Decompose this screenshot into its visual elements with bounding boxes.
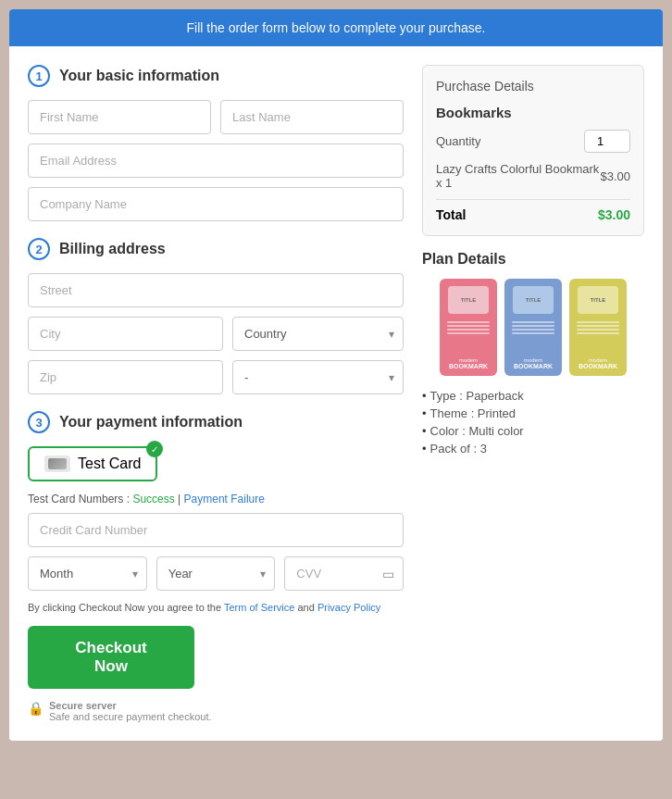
card-number-row xyxy=(28,513,404,547)
test-card-info: Test Card Numbers : Success | Payment Fa… xyxy=(28,493,404,506)
card-icon-inner xyxy=(48,458,67,469)
last-name-input[interactable] xyxy=(220,100,404,134)
street-input[interactable] xyxy=(28,273,404,307)
quantity-input[interactable] xyxy=(584,130,630,153)
banner-text: Fill the order form below to complete yo… xyxy=(187,20,486,35)
bookmark-top-blue: TITLE xyxy=(513,286,554,314)
street-row xyxy=(28,273,404,307)
step3-circle: 3 xyxy=(28,411,50,433)
failure-link[interactable]: Payment Failure xyxy=(184,493,265,506)
city-country-row: Country xyxy=(28,317,404,351)
company-input[interactable] xyxy=(28,187,404,221)
secure-info: 🔒 Secure server Safe and secure payment … xyxy=(28,700,404,722)
state-select[interactable]: - xyxy=(232,360,404,394)
total-row: Total $3.00 xyxy=(436,199,630,222)
name-row xyxy=(28,100,404,134)
secure-text-block: Secure server Safe and secure payment ch… xyxy=(49,700,212,722)
right-panel: Purchase Details Bookmarks Quantity Lazy… xyxy=(422,65,644,722)
left-panel: 1 Your basic information 2 Billing addre… xyxy=(28,65,422,722)
section3-title: Your payment information xyxy=(59,414,243,431)
month-wrapper: Month xyxy=(28,556,147,591)
success-link[interactable]: Success xyxy=(132,493,174,506)
plan-details: Plan Details TITLE modernBOOKMARK xyxy=(422,251,644,456)
cvv-wrapper: ▭ xyxy=(284,556,404,591)
purchase-details: Purchase Details Bookmarks Quantity Lazy… xyxy=(422,65,644,236)
bookmark-label-pink: modernBOOKMARK xyxy=(449,356,488,370)
plan-title: Plan Details xyxy=(422,251,644,268)
plan-features: •Type : Paperback •Theme : Printed •Colo… xyxy=(422,389,644,456)
product-name: Bookmarks xyxy=(436,105,630,120)
bookmark-top-pink: TITLE xyxy=(448,286,489,314)
email-input[interactable] xyxy=(28,144,404,178)
section2-title: Billing address xyxy=(59,241,166,257)
main-content: 1 Your basic information 2 Billing addre… xyxy=(9,46,663,741)
first-name-input[interactable] xyxy=(28,100,211,134)
year-wrapper: Year xyxy=(156,556,276,591)
bookmark-label-blue: modernBOOKMARK xyxy=(514,356,553,370)
bookmark-pink: TITLE modernBOOKMARK xyxy=(440,279,497,376)
feature-pack: •Pack of : 3 xyxy=(422,442,644,456)
section3-header: 3 Your payment information xyxy=(28,411,404,433)
card-icon xyxy=(44,456,70,472)
pp-link[interactable]: Privacy Policy xyxy=(317,602,380,613)
cvv-icon: ▭ xyxy=(382,567,394,581)
safe-text: Safe and secure payment checkout. xyxy=(49,711,212,722)
checkout-button[interactable]: Checkout Now xyxy=(28,626,194,689)
top-banner: Fill the order form below to complete yo… xyxy=(9,9,663,46)
purchase-title: Purchase Details xyxy=(436,79,630,94)
company-row xyxy=(28,187,404,221)
feature-theme: •Theme : Printed xyxy=(422,406,644,420)
tos-link[interactable]: Term of Service xyxy=(224,602,294,613)
bookmark-label-yellow: modernBOOKMARK xyxy=(579,356,617,370)
feature-type: •Type : Paperback xyxy=(422,389,644,403)
quantity-label: Quantity xyxy=(436,134,480,148)
card-number-input[interactable] xyxy=(28,513,404,547)
secure-server-text: Secure server xyxy=(49,700,212,711)
item-name: Lazy Crafts Colorful Bookmark x 1 xyxy=(436,162,600,190)
quantity-row: Quantity xyxy=(436,130,630,153)
feature-color: •Color : Multi color xyxy=(422,424,644,438)
terms-prefix: By clicking Checkout Now you agree to th… xyxy=(28,602,224,613)
section1-title: Your basic information xyxy=(59,68,219,84)
test-numbers-label: Test Card Numbers : xyxy=(28,493,130,506)
bookmark-images: TITLE modernBOOKMARK TITLE xyxy=(422,279,644,376)
step1-circle: 1 xyxy=(28,65,50,87)
state-wrapper: - xyxy=(232,360,404,394)
total-amount: $3.00 xyxy=(598,207,630,222)
check-badge: ✓ xyxy=(146,441,163,457)
country-select[interactable]: Country xyxy=(232,317,404,351)
card-label: Test Card xyxy=(78,456,141,472)
email-row xyxy=(28,144,404,178)
step2-circle: 2 xyxy=(28,238,50,260)
page-wrapper: Fill the order form below to complete yo… xyxy=(9,9,663,741)
month-select[interactable]: Month xyxy=(28,556,147,591)
bookmark-blue: TITLE modernBOOKMARK xyxy=(504,279,562,376)
country-wrapper: Country xyxy=(232,317,404,351)
terms-middle: and xyxy=(297,602,317,613)
card-option[interactable]: Test Card ✓ xyxy=(28,446,157,481)
bookmark-yellow: TITLE modernBOOKMARK xyxy=(569,279,627,376)
section2-header: 2 Billing address xyxy=(28,238,404,260)
item-price: $3.00 xyxy=(600,169,630,183)
city-input[interactable] xyxy=(28,317,223,351)
bookmark-top-yellow: TITLE xyxy=(578,286,618,314)
total-label: Total xyxy=(436,207,466,222)
lock-icon: 🔒 xyxy=(28,701,44,716)
section1-header: 1 Your basic information xyxy=(28,65,404,87)
terms-text: By clicking Checkout Now you agree to th… xyxy=(28,602,404,613)
price-row: Lazy Crafts Colorful Bookmark x 1 $3.00 xyxy=(436,162,630,190)
expiry-cvv-row: Month Year ▭ xyxy=(28,556,404,591)
year-select[interactable]: Year xyxy=(156,556,276,591)
zip-state-row: - xyxy=(28,360,404,394)
zip-input[interactable] xyxy=(28,360,223,394)
